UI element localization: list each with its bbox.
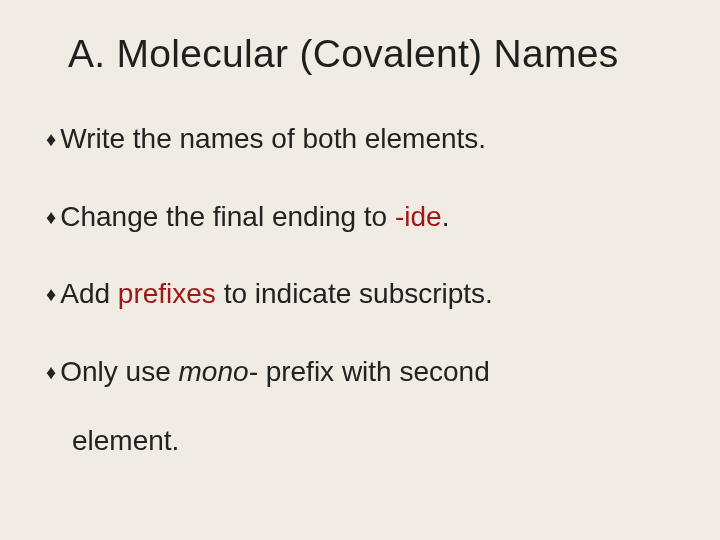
bullet-text-before bbox=[110, 278, 118, 309]
bullet-list: ♦Write the names of both elements. ♦Chan… bbox=[46, 122, 674, 458]
bullet-text-after: prefix with second bbox=[258, 356, 490, 387]
slide-title: A. Molecular (Covalent) Names bbox=[68, 32, 674, 76]
bullet-text-after: . bbox=[442, 201, 450, 232]
diamond-icon: ♦ bbox=[46, 205, 56, 229]
bullet-highlight: prefixes bbox=[118, 278, 216, 309]
bullet-italic: mono- bbox=[179, 356, 258, 387]
bullet-lead: Change bbox=[60, 201, 158, 232]
bullet-text: the names of both elements. bbox=[125, 123, 486, 154]
bullet-lead: Add bbox=[60, 278, 110, 309]
bullet-item-4: ♦Only use mono- prefix with second eleme… bbox=[46, 355, 674, 458]
bullet-text-before: the final ending to bbox=[158, 201, 395, 232]
diamond-icon: ♦ bbox=[46, 127, 56, 151]
bullet-text-after: to indicate subscripts. bbox=[216, 278, 493, 309]
bullet-item-2: ♦Change the final ending to -ide. bbox=[46, 200, 674, 234]
bullet-highlight: -ide bbox=[395, 201, 442, 232]
diamond-icon: ♦ bbox=[46, 360, 56, 384]
bullet-continuation: element. bbox=[72, 424, 674, 458]
slide: A. Molecular (Covalent) Names ♦Write the… bbox=[0, 0, 720, 540]
bullet-item-3: ♦Add prefixes to indicate subscripts. bbox=[46, 277, 674, 311]
bullet-item-1: ♦Write the names of both elements. bbox=[46, 122, 674, 156]
diamond-icon: ♦ bbox=[46, 282, 56, 306]
bullet-lead: Only bbox=[60, 356, 118, 387]
bullet-text-before: use bbox=[118, 356, 179, 387]
bullet-lead: Write bbox=[60, 123, 125, 154]
